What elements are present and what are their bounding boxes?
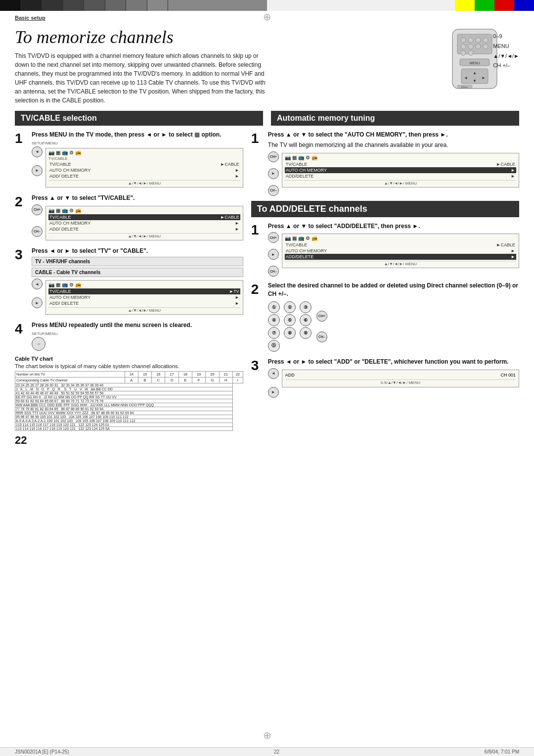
step-3-menu-screen: 📷▦📺⚙📻 TV/CABLE►TV AUTO CH MEMORY► ADD/ D… (45, 280, 243, 315)
menu-row-cable-hl: TV/CABLE►CABLE (48, 214, 240, 220)
addel-step-2-instruction: Select the desired channel to be added o… (268, 282, 519, 298)
chart-title: Cable TV chart (15, 356, 243, 362)
auto-step-1-menu-screen: 📷▦📺⚙📻 TV/CABLE►CABLE AUTO CH MEMORY► ADD… (282, 153, 519, 188)
num-btn-3: ③ (300, 301, 312, 313)
num-btn-6: ⑥ (300, 314, 312, 326)
menu-nav-auto: ▲/▼/◄/►/ MENU (285, 180, 516, 186)
step-2-instruction: Press ▲ or ▼ to select "TV/CABLE". (32, 194, 243, 202)
addel-step-2-controls: ① ② ③ ④ ⑤ ⑥ ⑦ ⑧ (268, 300, 519, 353)
num-row-0: ⓪ (268, 340, 312, 352)
arrow-right-addel: ► (268, 249, 279, 260)
step-3-menu-area: ◄ ► 📷▦📺⚙📻 TV/CABLE►TV (32, 279, 243, 316)
remote-label-ch: CH +/– (493, 61, 519, 71)
num-row-789: ⑦ ⑧ ⑨ (268, 327, 312, 339)
step-1-menu-screen: 📷▦📺⚙📻 TV/CABLE TV/CABLE►CABLE AUTO CH ME… (45, 148, 243, 188)
step-2-content: Press ▲ or ▼ to select "TV/CABLE". CH+ C… (32, 194, 243, 242)
gray-bar (168, 0, 267, 11)
num-btn-0: ⓪ (268, 340, 280, 352)
chart-row-113b: 113 114 115 116 117 118 119 120 121 122 … (15, 427, 243, 431)
auto-step-1-buttons: CH+ ► CH– (268, 151, 279, 196)
step-2-buttons: CH+ CH– (32, 204, 43, 237)
svg-point-6 (461, 44, 466, 49)
arrow-right-btn: ► (32, 165, 43, 176)
menu-nav-3: ▲/▼/◄/►/ MENU (48, 307, 240, 313)
num-row-456: ④ ⑤ ⑥ (268, 314, 312, 326)
svg-text:MENU: MENU (470, 61, 480, 65)
arrow-left-btn: ◄ (32, 146, 43, 157)
step-4: 4 Press MENU repeatedly until the menu s… (15, 321, 243, 351)
addel-step-2-number: 2 (251, 283, 265, 296)
ch-minus-auto: CH– (268, 185, 279, 196)
setup-menu-btn-4: ○ (32, 337, 45, 351)
ad-label-add: ADD (285, 373, 295, 378)
step-2-number: 2 (15, 195, 29, 209)
menu-nav-2: ▲/▼/◄/►/ MENU (48, 233, 240, 238)
svg-point-9 (483, 44, 488, 49)
menu-nav-addel: ▲/▼/◄/►/ MENU (285, 261, 516, 266)
addel-step-3-number: 3 (251, 359, 265, 373)
chart-row-113: 113 114 115 116 117 118 119 120 121 122 … (15, 423, 243, 427)
ch-plus-btn-addel2: CH+ (316, 311, 327, 322)
num-btn-7: ⑦ (268, 327, 280, 339)
menu-row-cable-addel: TV/CABLE►CABLE (285, 242, 516, 248)
step-1-number: 1 (15, 132, 29, 145)
step-3-buttons: ◄ ► (32, 279, 43, 308)
addel-step-1-instruction: Press ▲ or ▼ to select "ADD/DELETE", the… (268, 222, 519, 231)
menu-row-add-auto: ADD/DELETE► (285, 173, 516, 179)
arrow-left-btn-3: ◄ (32, 279, 43, 289)
footer-center: 22 (274, 749, 279, 755)
remote-area: MENU ▲ ◄ ► ▼ CH+/– 0–9 MENU ▲/▼/◄/► CH +… (430, 27, 519, 91)
chart-header-row1: Number on this TV 141516171819202122 (15, 372, 243, 378)
chart-row-23: 23 24 25 26 27 28 29 30 31 32 33 34 35 3… (15, 383, 243, 387)
svg-point-8 (476, 44, 481, 49)
auto-step-1-instruction: Press ▲ or ▼ to select the "AUTO CH MEMO… (268, 131, 519, 139)
setup-menu-label-1: SETUP/MENU (32, 141, 243, 145)
step-3: 3 Press ◄ or ► to select "TV" or "CABLE"… (15, 247, 243, 317)
cable-chart-table: Number on this TV 141516171819202122 Cor… (15, 371, 243, 431)
left-column: 1 Press MENU in the TV mode, then press … (15, 131, 243, 447)
menu-row-add-3: ADD/ DELETE► (48, 300, 240, 306)
menu-icons-3: 📷▦📺⚙📻 (48, 282, 240, 287)
title-section: To memorize channels This TV/DVD is equi… (15, 27, 519, 105)
add-delete-section-header: To ADD/DELETE channels (251, 201, 519, 217)
addel-step-3-buttons: ◄ ► (268, 368, 279, 398)
menu-label-tv: TV/CABLE (48, 156, 240, 161)
tv-vhf-note: TV - VHF/UHF channels (32, 257, 243, 266)
addel-step-3-content: Press ◄ or ► to select "ADD" or "DELETE"… (268, 358, 519, 398)
addel-step-1: 1 Press ▲ or ▼ to select "ADD/DELETE", t… (251, 222, 519, 277)
step-4-instruction: Press MENU repeatedly until the menu scr… (32, 321, 243, 330)
ch-plus-btn-2: CH+ (32, 204, 43, 215)
remote-label-menu: MENU (493, 42, 519, 51)
addel-step-3-menu-area: ◄ ► ADD CH 001 0-9/▲/▼/◄/►/ MENU (268, 368, 519, 398)
chart-row-41: 41 42 43 44 45 46 47 48 49 50 51 52 53 5… (15, 391, 243, 395)
auto-memory-header: Automatic memory tuning (271, 111, 519, 126)
menu-row-auto-3: AUTO CH MEMORY► (48, 294, 240, 300)
ch-minus-addel: CH– (268, 266, 279, 277)
title-text: To memorize channels This TV/DVD is equi… (15, 27, 420, 105)
black-bar (0, 0, 168, 11)
menu-row-auto-hl: AUTO CH MEMORY► (285, 167, 516, 173)
num-row-123: ① ② ③ (268, 301, 312, 313)
num-btn-5: ⑤ (284, 314, 296, 326)
step-2-menu-screen: 📷▦📺⚙📻 TV/CABLE►CABLE AUTO CH MEMORY► ADD… (45, 206, 243, 240)
menu-row-auto: AUTO CH MEMORY► (48, 167, 240, 173)
chart-row-j: J K L M N O P Q R S T U V W AA BB CC DD (15, 387, 243, 391)
menu-icons-1: 📷▦📺⚙📻 (48, 150, 240, 155)
num-btn-8: ⑧ (284, 327, 296, 339)
svg-point-5 (483, 38, 488, 43)
svg-text:▼: ▼ (473, 79, 477, 83)
chart-row-ww: WW AAA BBB CCC DDD EEE FFF GGG HHH JJJ K… (15, 403, 243, 407)
menu-row-tv-hl: TV/CABLE►TV (48, 288, 240, 294)
footer: JSN00201A [E] (P14-25) 22 6/8/04, 7:01 P… (0, 747, 534, 756)
menu-row-addel-hl: ADD/DELETE► (285, 254, 516, 260)
footer-right: 6/8/04, 7:01 PM (484, 749, 519, 755)
remote-label-arrows: ▲/▼/◄/► (493, 51, 519, 61)
step-1-buttons: ◄ ► (32, 146, 43, 176)
ad-row-result: ADD CH 001 (285, 372, 516, 378)
remote-labels: 0–9 MENU ▲/▼/◄/► CH +/– (493, 32, 519, 71)
step-2: 2 Press ▲ or ▼ to select "TV/CABLE". CH+… (15, 194, 243, 242)
addel-step-1-buttons: CH+ ► CH– (268, 232, 279, 277)
chart-row-a5: A-5 A-4 A-3 A-2 A-1 100 101 102 103 104 … (15, 419, 243, 423)
chart-row-59: 59 60 61 62 63 64 65 66 67 68 69 70 71 7… (15, 399, 243, 403)
number-buttons-group: ① ② ③ ④ ⑤ ⑥ ⑦ ⑧ (268, 300, 312, 353)
